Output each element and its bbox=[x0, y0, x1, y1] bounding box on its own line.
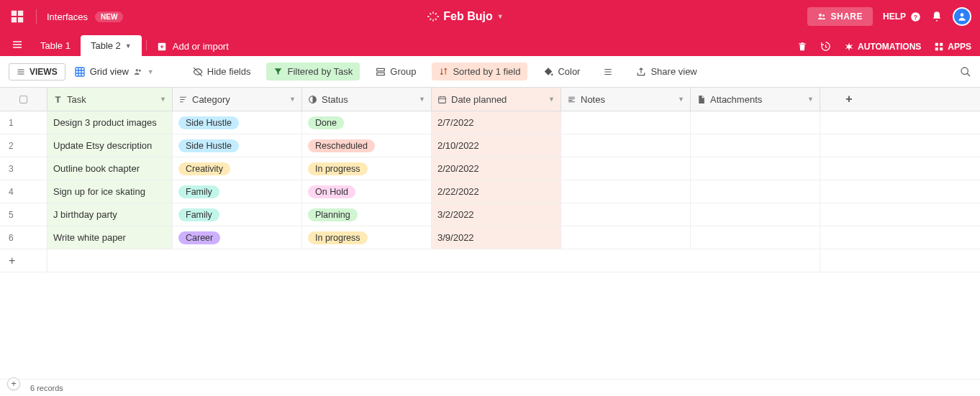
column-header-date[interactable]: Date planned ▼ bbox=[432, 88, 561, 111]
cell-status[interactable]: Rescheduled bbox=[302, 134, 432, 157]
hamburger-icon[interactable] bbox=[9, 39, 30, 56]
trash-icon[interactable] bbox=[797, 42, 807, 52]
cell-attachments[interactable] bbox=[691, 157, 820, 180]
cell-task[interactable]: Write white paper bbox=[47, 226, 173, 249]
cell-notes[interactable] bbox=[561, 157, 691, 180]
column-header-task[interactable]: Task ▼ bbox=[47, 88, 173, 111]
color-button[interactable]: Color bbox=[536, 63, 587, 80]
history-icon[interactable] bbox=[820, 41, 831, 52]
sort-button[interactable]: Sorted by 1 field bbox=[432, 63, 527, 80]
chevron-down-icon[interactable]: ▼ bbox=[419, 96, 425, 103]
table-row[interactable]: 5J birthday partyFamilyPlanning3/2/2022 bbox=[0, 203, 980, 226]
cell-attachments[interactable] bbox=[691, 134, 820, 157]
automations-button[interactable]: AUTOMATIONS bbox=[844, 42, 921, 52]
add-column-button[interactable]: + bbox=[820, 88, 878, 111]
cell-category[interactable]: Side Hustle bbox=[173, 134, 302, 157]
group-button[interactable]: Group bbox=[368, 63, 423, 80]
share-view-button[interactable]: Share view bbox=[629, 63, 704, 80]
cell-notes[interactable] bbox=[561, 134, 691, 157]
cell-attachments[interactable] bbox=[691, 111, 820, 134]
tab-table-1[interactable]: Table 1 bbox=[30, 35, 81, 56]
row-height-button[interactable] bbox=[596, 63, 620, 80]
help-button[interactable]: HELP ? bbox=[883, 11, 921, 22]
cell-notes[interactable] bbox=[561, 111, 691, 134]
cell-date[interactable]: 3/9/2022 bbox=[432, 226, 561, 249]
cell-category[interactable]: Creativity bbox=[173, 157, 302, 180]
select-all-cell[interactable] bbox=[0, 88, 47, 111]
cell-task[interactable]: J birthday party bbox=[47, 203, 173, 226]
row-number[interactable]: 2 bbox=[0, 134, 47, 157]
cell-date[interactable]: 2/10/2022 bbox=[432, 134, 561, 157]
cell-date[interactable]: 2/7/2022 bbox=[432, 111, 561, 134]
chevron-down-icon[interactable]: ▼ bbox=[548, 96, 555, 103]
cell-date[interactable]: 2/20/2022 bbox=[432, 157, 561, 180]
cell-task[interactable]: Design 3 product images bbox=[47, 111, 173, 134]
chevron-down-icon[interactable]: ▼ bbox=[807, 96, 814, 103]
add-or-import-button[interactable]: Add or import bbox=[151, 41, 235, 56]
column-header-category[interactable]: Category ▼ bbox=[173, 88, 302, 111]
cell-status[interactable]: In progress bbox=[302, 157, 432, 180]
cell-notes[interactable] bbox=[561, 180, 691, 203]
row-number[interactable]: 4 bbox=[0, 180, 47, 203]
bell-icon[interactable] bbox=[931, 11, 943, 22]
add-row: + bbox=[0, 249, 980, 272]
cell-status[interactable]: On Hold bbox=[302, 180, 432, 203]
table-row[interactable]: 6Write white paperCareerIn progress3/9/2… bbox=[0, 226, 980, 249]
apps-button[interactable]: APPS bbox=[934, 42, 971, 52]
cell-category[interactable]: Side Hustle bbox=[173, 111, 302, 134]
row-number[interactable]: 3 bbox=[0, 157, 47, 180]
svg-text:?: ? bbox=[914, 13, 917, 20]
cell-status[interactable]: Planning bbox=[302, 203, 432, 226]
avatar[interactable] bbox=[953, 7, 971, 26]
row-number[interactable]: 1 bbox=[0, 111, 47, 134]
cell-category[interactable]: Career bbox=[173, 226, 302, 249]
cell-status[interactable]: Done bbox=[302, 111, 432, 134]
cell-category[interactable]: Family bbox=[173, 180, 302, 203]
views-button[interactable]: VIEWS bbox=[9, 63, 65, 80]
table-row[interactable]: 1Design 3 product imagesSide HustleDone2… bbox=[0, 111, 980, 134]
cell-notes[interactable] bbox=[561, 226, 691, 249]
cell-notes[interactable] bbox=[561, 203, 691, 226]
row-number[interactable]: 5 bbox=[0, 203, 47, 226]
cell-date[interactable]: 3/2/2022 bbox=[432, 203, 561, 226]
column-header-status[interactable]: Status ▼ bbox=[302, 88, 432, 111]
chevron-down-icon[interactable]: ▼ bbox=[678, 96, 684, 103]
table-row[interactable]: 3Outline book chapterCreativityIn progre… bbox=[0, 157, 980, 180]
cell-task[interactable]: Sign up for ice skating bbox=[47, 180, 173, 203]
group-label: Group bbox=[390, 66, 416, 77]
svg-rect-14 bbox=[377, 73, 385, 75]
column-header-attachments[interactable]: Attachments ▼ bbox=[691, 88, 820, 111]
column-label: Task bbox=[67, 94, 86, 105]
cell-attachments[interactable] bbox=[691, 180, 820, 203]
table-row[interactable]: 4Sign up for ice skatingFamilyOn Hold2/2… bbox=[0, 180, 980, 203]
group-icon bbox=[376, 67, 386, 77]
add-row-button[interactable]: + bbox=[0, 249, 47, 272]
interfaces-link[interactable]: Interfaces bbox=[47, 11, 88, 22]
chevron-down-icon[interactable]: ▼ bbox=[125, 42, 132, 50]
filter-button[interactable]: Filtered by Task bbox=[266, 63, 360, 80]
cell-task[interactable]: Outline book chapter bbox=[47, 157, 173, 180]
base-title-group[interactable]: Feb Bujo ▼ bbox=[123, 10, 807, 23]
table-row[interactable]: 2Update Etsy descriptionSide HustleResch… bbox=[0, 134, 980, 157]
checkbox-icon[interactable] bbox=[19, 96, 27, 103]
search-button[interactable] bbox=[960, 66, 971, 78]
app-logo-icon[interactable] bbox=[9, 8, 26, 25]
svg-rect-7 bbox=[940, 42, 943, 45]
cell-attachments[interactable] bbox=[691, 203, 820, 226]
attachment-icon bbox=[697, 95, 706, 104]
cell-task[interactable]: Update Etsy description bbox=[47, 134, 173, 157]
chevron-down-icon[interactable]: ▼ bbox=[160, 96, 166, 103]
add-record-fab[interactable]: + bbox=[7, 377, 20, 390]
share-button[interactable]: SHARE bbox=[807, 7, 873, 26]
svg-rect-17 bbox=[439, 96, 446, 103]
cell-date[interactable]: 2/22/2022 bbox=[432, 180, 561, 203]
grid-view-selector[interactable]: Grid view ▼ bbox=[74, 66, 154, 78]
row-number[interactable]: 6 bbox=[0, 226, 47, 249]
column-header-notes[interactable]: Notes ▼ bbox=[561, 88, 691, 111]
tab-table-2[interactable]: Table 2 ▼ bbox=[81, 35, 142, 56]
cell-attachments[interactable] bbox=[691, 226, 820, 249]
cell-category[interactable]: Family bbox=[173, 203, 302, 226]
cell-status[interactable]: In progress bbox=[302, 226, 432, 249]
chevron-down-icon[interactable]: ▼ bbox=[289, 96, 296, 103]
hide-fields-button[interactable]: Hide fields bbox=[186, 63, 258, 80]
